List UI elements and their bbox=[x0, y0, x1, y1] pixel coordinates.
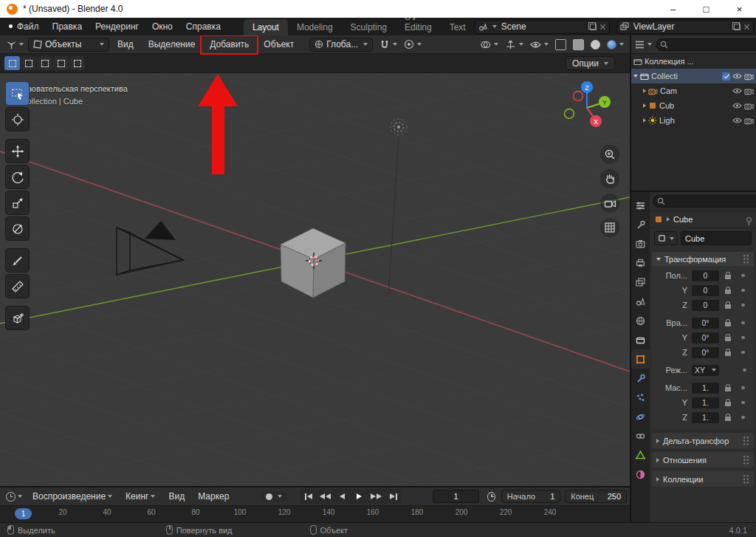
lock-icon[interactable] bbox=[725, 352, 731, 356]
keying-menu[interactable]: Кеинг bbox=[120, 491, 161, 502]
zoom-button[interactable] bbox=[600, 145, 619, 164]
tool-scale-button[interactable] bbox=[5, 191, 30, 215]
object-id-chip[interactable] bbox=[654, 231, 678, 245]
navigation-gizmo[interactable]: Z Y X bbox=[557, 78, 616, 137]
tool-measure-button[interactable] bbox=[5, 274, 30, 298]
select-mode-subtract-button[interactable] bbox=[37, 56, 52, 70]
scene-collection-row[interactable]: Коллекция ... bbox=[631, 54, 756, 69]
timeline-ruler[interactable]: 1 20 40 60 80 100 120 140 160 180 200 22… bbox=[0, 506, 630, 522]
play-reverse-button[interactable] bbox=[334, 489, 351, 504]
drag-handle-icon[interactable] bbox=[743, 474, 749, 484]
scale-x-field[interactable]: 1. bbox=[692, 383, 719, 394]
lock-icon[interactable] bbox=[725, 417, 731, 421]
outliner-row-light[interactable]: Ligh bbox=[631, 113, 756, 128]
animate-dot-icon[interactable] bbox=[741, 351, 745, 355]
current-frame-badge[interactable]: 1 bbox=[15, 508, 32, 519]
menu-render[interactable]: Рендеринг bbox=[89, 18, 145, 35]
menu-add[interactable]: Добавить bbox=[203, 35, 255, 54]
animate-dot-icon[interactable] bbox=[741, 289, 745, 293]
marker-menu[interactable]: Маркер bbox=[192, 491, 235, 502]
menu-view[interactable]: Вид bbox=[111, 35, 140, 54]
drag-handle-icon[interactable] bbox=[743, 254, 749, 264]
show-gizmo-controls[interactable] bbox=[505, 39, 523, 50]
proportional-editing-controls[interactable] bbox=[404, 39, 422, 49]
object-name-input[interactable] bbox=[681, 231, 752, 245]
workspace-tab-layout[interactable]: Layout bbox=[244, 19, 288, 35]
tool-annotate-button[interactable] bbox=[5, 248, 30, 273]
rotation-x-field[interactable]: 0° bbox=[692, 318, 719, 329]
new-scene-icon[interactable] bbox=[590, 24, 597, 30]
drag-handle-icon[interactable] bbox=[743, 436, 749, 445]
maximize-button[interactable]: □ bbox=[690, 0, 723, 18]
outliner-editor-type-button[interactable] bbox=[634, 38, 653, 51]
animate-dot-icon[interactable] bbox=[741, 336, 745, 340]
camera-view-button[interactable] bbox=[600, 194, 619, 213]
new-viewlayer-icon[interactable] bbox=[734, 24, 740, 30]
xray-toggle[interactable] bbox=[555, 39, 566, 50]
shading-material-button[interactable] bbox=[591, 40, 600, 49]
disable-render-camera-icon[interactable] bbox=[744, 102, 754, 110]
frame-end-field[interactable]: Конец 250 bbox=[565, 490, 627, 503]
pan-button[interactable] bbox=[600, 169, 619, 188]
mode-dropdown[interactable]: Объекты bbox=[28, 38, 109, 52]
select-mode-extend-button[interactable] bbox=[21, 56, 36, 70]
outliner-row-cube[interactable]: Cub bbox=[631, 98, 756, 113]
properties-search[interactable] bbox=[653, 195, 756, 208]
minimize-button[interactable]: – bbox=[656, 0, 690, 18]
tab-modifiers[interactable] bbox=[631, 369, 650, 388]
scale-y-field[interactable]: 1. bbox=[692, 397, 719, 408]
workspace-tab-modeling[interactable]: Modeling bbox=[288, 19, 342, 35]
menu-edit[interactable]: Правка bbox=[46, 18, 89, 35]
expand-icon[interactable] bbox=[643, 118, 646, 123]
tab-render[interactable] bbox=[631, 234, 650, 253]
current-frame-field[interactable]: 1 bbox=[433, 490, 478, 503]
tab-tool[interactable] bbox=[631, 215, 650, 234]
rotation-mode-dropdown[interactable]: XY bbox=[692, 365, 719, 376]
animate-dot-icon[interactable] bbox=[741, 386, 745, 390]
tab-particles[interactable] bbox=[631, 388, 650, 407]
tab-view-layer[interactable] bbox=[631, 273, 650, 292]
delta-transform-section[interactable]: Дельта-трансфор bbox=[652, 433, 754, 448]
properties-editor-type-button[interactable] bbox=[631, 196, 650, 215]
outliner-search-input[interactable] bbox=[670, 40, 756, 49]
play-button[interactable] bbox=[351, 489, 368, 504]
workspace-tab-texture[interactable]: Text bbox=[441, 19, 475, 35]
tab-object[interactable] bbox=[631, 349, 650, 369]
timeline-view-menu[interactable]: Вид bbox=[162, 491, 190, 502]
animate-dot-icon[interactable] bbox=[741, 401, 745, 405]
tab-object-data[interactable] bbox=[631, 445, 650, 465]
playback-menu[interactable]: Воспроизведение bbox=[27, 491, 118, 502]
lock-icon[interactable] bbox=[725, 322, 731, 326]
menu-help[interactable]: Справка bbox=[179, 18, 227, 35]
options-dropdown[interactable]: Опции bbox=[566, 56, 615, 70]
tool-select-box-button[interactable] bbox=[5, 81, 30, 106]
animate-dot-icon[interactable] bbox=[743, 369, 746, 372]
visibility-eye-icon[interactable] bbox=[530, 41, 541, 49]
transform-section-header[interactable]: Трансформация bbox=[652, 252, 754, 266]
outliner-search[interactable] bbox=[656, 38, 756, 51]
show-overlays-controls[interactable] bbox=[480, 39, 498, 50]
proportional-editing-icon[interactable] bbox=[404, 39, 414, 49]
collections-section[interactable]: Коллекции bbox=[652, 471, 754, 487]
relations-section[interactable]: Отношения bbox=[652, 452, 754, 468]
animate-dot-icon[interactable] bbox=[741, 416, 745, 420]
gizmo-x-negative[interactable] bbox=[574, 92, 583, 101]
overlays-icon[interactable] bbox=[480, 39, 491, 50]
tab-constraints[interactable] bbox=[631, 426, 650, 445]
location-x-field[interactable]: 0 bbox=[692, 270, 719, 281]
expand-icon[interactable] bbox=[643, 89, 646, 93]
tab-scene[interactable] bbox=[631, 292, 650, 311]
scene-selector[interactable]: Scene bbox=[475, 20, 610, 34]
select-mode-new-button[interactable] bbox=[4, 56, 20, 70]
snap-controls[interactable] bbox=[379, 39, 397, 49]
rotation-z-field[interactable]: 0° bbox=[692, 347, 719, 358]
use-preview-range-icon[interactable] bbox=[487, 492, 495, 502]
snap-magnet-icon[interactable] bbox=[379, 39, 390, 49]
menu-file[interactable]: Файл bbox=[10, 18, 46, 35]
render-pass-toggle[interactable] bbox=[573, 39, 584, 50]
pin-icon[interactable] bbox=[746, 217, 752, 222]
unlink-scene-icon[interactable] bbox=[599, 24, 606, 30]
tab-physics[interactable] bbox=[631, 407, 650, 426]
close-button[interactable]: × bbox=[723, 0, 756, 18]
animate-dot-icon[interactable] bbox=[741, 274, 745, 278]
